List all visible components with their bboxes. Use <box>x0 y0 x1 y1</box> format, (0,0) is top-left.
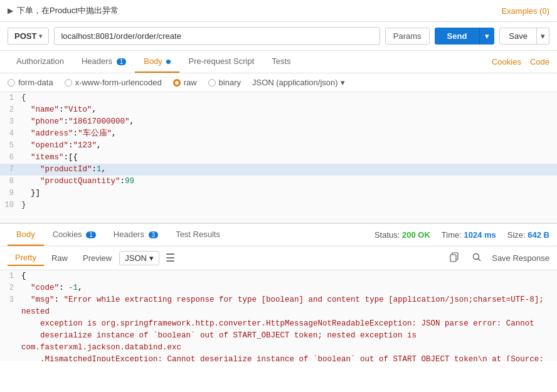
search-icon[interactable] <box>469 251 484 265</box>
tabs-right-links: Cookies Code <box>492 57 549 66</box>
response-tab-cookies-label: Cookies <box>53 230 82 239</box>
request-title: 下单，在Product中抛出异常 <box>17 5 119 16</box>
line-num-1: 1 <box>0 92 19 104</box>
resp-line-1: 1 { <box>0 270 557 282</box>
tab-tests[interactable]: Tests <box>263 51 299 73</box>
line-content-3: "phone":"18617000000", <box>19 116 557 128</box>
request-tabs: Authorization Headers 1 Body Pre-request… <box>8 51 300 73</box>
view-pretty-btn[interactable]: Pretty <box>8 250 44 266</box>
svg-line-3 <box>479 259 481 262</box>
raw-option[interactable]: raw <box>173 78 197 87</box>
tab-body-label: Body <box>144 56 162 66</box>
binary-option[interactable]: binary <box>208 78 241 87</box>
resp-num-3: 3 <box>0 294 19 361</box>
tab-authorization-label: Authorization <box>16 56 64 66</box>
line-content-4: "address":"车公庙", <box>19 128 557 140</box>
urlencoded-radio[interactable] <box>65 79 72 87</box>
save-response-button[interactable]: Save Response <box>492 253 549 263</box>
view-preview-btn[interactable]: Preview <box>75 251 119 265</box>
request-tabs-bar: Authorization Headers 1 Body Pre-request… <box>0 51 557 73</box>
body-dot <box>166 60 171 64</box>
line-num-5: 5 <box>0 140 19 152</box>
time-value: 1024 ms <box>464 230 496 240</box>
raw-label: raw <box>184 78 197 87</box>
line-num-4: 4 <box>0 128 19 140</box>
method-label: POST <box>14 31 36 41</box>
format-icon[interactable]: ☰ <box>163 250 178 266</box>
url-input[interactable] <box>54 27 379 45</box>
response-cookies-badge: 1 <box>86 231 96 238</box>
code-link[interactable]: Code <box>530 57 549 66</box>
save-button[interactable]: Save <box>499 28 537 45</box>
cookies-link[interactable]: Cookies <box>492 57 521 66</box>
response-view-bar: Pretty Raw Preview JSON ▾ ☰ Save Respons… <box>0 246 557 270</box>
response-tab-body-label: Body <box>16 230 35 239</box>
form-data-radio[interactable] <box>8 79 15 87</box>
form-data-label: form-data <box>18 78 53 87</box>
tab-body[interactable]: Body <box>135 51 179 73</box>
json-type-label: JSON (application/json) <box>252 78 338 87</box>
resp-line-3: 3 "msg": "Error while extracting respons… <box>0 294 557 361</box>
tab-prerequest[interactable]: Pre-request Script <box>179 51 263 73</box>
line-num-8: 8 <box>0 176 19 188</box>
json-type-select[interactable]: JSON (application/json) ▾ <box>252 78 345 87</box>
method-select[interactable]: POST ▾ <box>8 28 49 45</box>
response-tab-test-results[interactable]: Test Results <box>167 224 229 246</box>
tab-headers[interactable]: Headers 1 <box>73 51 135 73</box>
resp-content-3: "msg": "Error while extracting response … <box>19 294 557 361</box>
tab-authorization[interactable]: Authorization <box>8 51 73 73</box>
code-line-2: 2 "name":"Vito", <box>0 104 557 116</box>
tab-tests-label: Tests <box>272 56 290 66</box>
body-options-bar: form-data x-www-form-urlencoded raw bina… <box>0 73 557 92</box>
line-num-6: 6 <box>0 152 19 164</box>
response-tabs-bar: Body Cookies 1 Headers 3 Test Results St… <box>0 224 557 246</box>
code-line-4: 4 "address":"车公庙", <box>0 128 557 140</box>
line-num-10: 10 <box>0 199 19 211</box>
json-format-select[interactable]: JSON ▾ <box>119 251 159 265</box>
view-raw-btn[interactable]: Raw <box>44 251 75 265</box>
resp-line-2: 2 "code": -1, <box>0 282 557 294</box>
send-dropdown-button[interactable]: ▾ <box>479 28 494 45</box>
examples-btn[interactable]: Examples (0) <box>501 6 549 16</box>
line-content-2: "name":"Vito", <box>19 104 557 116</box>
resp-content-1: { <box>19 270 557 282</box>
line-num-2: 2 <box>0 104 19 116</box>
arrow-icon: ▶ <box>8 6 13 15</box>
response-tabs: Body Cookies 1 Headers 3 Test Results <box>8 224 229 246</box>
form-data-option[interactable]: form-data <box>8 78 53 87</box>
response-headers-badge: 3 <box>149 231 159 238</box>
raw-radio[interactable] <box>173 79 181 87</box>
resp-content-2: "code": -1, <box>19 282 557 294</box>
json-type-chevron: ▾ <box>341 78 345 87</box>
save-dropdown-button[interactable]: ▾ <box>537 28 549 45</box>
urlencoded-option[interactable]: x-www-form-urlencoded <box>65 78 162 87</box>
json-format-label: JSON <box>125 253 147 263</box>
line-content-8: "productQuantity":99 <box>19 176 557 188</box>
line-num-3: 3 <box>0 116 19 128</box>
save-button-group: Save ▾ <box>499 28 549 45</box>
binary-radio[interactable] <box>208 79 216 87</box>
params-button[interactable]: Params <box>385 28 430 45</box>
headers-badge: 1 <box>117 58 127 65</box>
code-line-7: 7 "productId":1, <box>0 164 557 176</box>
send-button[interactable]: Send <box>435 28 480 45</box>
urlencoded-label: x-www-form-urlencoded <box>75 78 162 87</box>
line-content-6: "items":[{ <box>19 152 557 164</box>
json-format-chevron: ▾ <box>149 253 154 263</box>
request-bar: POST ▾ Params Send ▾ Save ▾ <box>0 22 557 51</box>
status-value: 200 OK <box>402 230 430 240</box>
line-num-7: 7 <box>0 164 19 176</box>
response-body[interactable]: 1 { 2 "code": -1, 3 "msg": "Error while … <box>0 270 557 361</box>
send-button-group: Send ▾ <box>435 28 495 45</box>
response-tab-test-label: Test Results <box>176 230 220 239</box>
line-content-5: "openid":"123", <box>19 140 557 152</box>
code-editor[interactable]: 1 { 2 "name":"Vito", 3 "phone":"18617000… <box>0 92 557 224</box>
response-tab-body[interactable]: Body <box>8 224 44 246</box>
tab-headers-label: Headers <box>82 56 112 66</box>
response-tab-headers[interactable]: Headers 3 <box>105 224 167 246</box>
code-line-8: 8 "productQuantity":99 <box>0 176 557 188</box>
svg-point-2 <box>474 254 479 260</box>
response-tab-cookies[interactable]: Cookies 1 <box>44 224 105 246</box>
copy-icon[interactable] <box>447 251 462 265</box>
view-right: Save Response <box>447 251 549 265</box>
